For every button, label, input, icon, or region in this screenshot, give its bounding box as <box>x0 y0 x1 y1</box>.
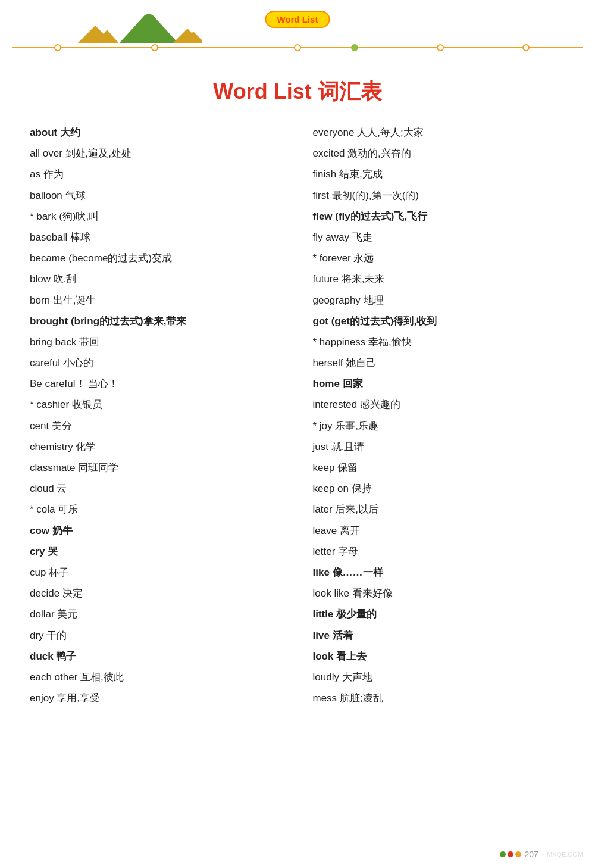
list-item: got (get的过去式)得到,收到 <box>313 313 566 329</box>
word-chinese: 人人,每人;大家 <box>354 127 423 138</box>
word-chinese: 大约 <box>57 127 80 138</box>
list-item: as 作为 <box>30 166 283 182</box>
timeline-dot-6 <box>522 44 530 51</box>
word-english: everyone <box>313 127 355 138</box>
word-english: blow <box>30 273 51 285</box>
word-english: home <box>313 378 340 389</box>
list-item: became (become的过去式)变成 <box>30 250 283 266</box>
list-item: chemistry 化学 <box>30 439 283 455</box>
list-item: keep on 保持 <box>313 480 566 497</box>
word-english: * happiness <box>313 336 366 348</box>
word-english: * cola <box>30 504 55 515</box>
word-chinese: 活着 <box>330 630 353 641</box>
dot-red <box>508 851 513 857</box>
word-chinese: 飞走 <box>349 232 372 243</box>
timeline-dot-3 <box>294 44 301 51</box>
word-english: baseball <box>30 232 67 243</box>
word-chinese: 永远 <box>351 252 374 264</box>
word-english: keep on <box>313 483 349 494</box>
word-english: Be careful！ <box>30 378 86 389</box>
list-item: * bark (狗)吠,叫 <box>30 208 283 224</box>
list-item: live 活着 <box>313 627 566 644</box>
word-english: got <box>313 316 328 327</box>
word-chinese: 享用,享受 <box>54 692 100 704</box>
word-english: cup <box>30 567 46 578</box>
list-item: herself 她自己 <box>313 355 566 371</box>
list-item: * forever 永远 <box>313 250 566 266</box>
word-chinese: 肮脏;凌乱 <box>337 692 383 704</box>
word-chinese: 看来好像 <box>349 588 393 599</box>
word-chinese: 大声地 <box>339 672 372 683</box>
watermark: MXQE.COM <box>547 851 583 858</box>
word-chinese: 最初(的),第一次(的) <box>329 190 419 201</box>
list-item: look like 看来好像 <box>313 585 566 601</box>
list-item: keep 保留 <box>313 460 566 476</box>
mountain-decoration <box>71 5 202 46</box>
word-chinese: 决定 <box>60 588 83 599</box>
word-chinese: 离开 <box>337 525 360 536</box>
dot-green <box>500 851 506 857</box>
list-item: cry 哭 <box>30 544 283 560</box>
list-item: finish 结束,完成 <box>313 166 566 182</box>
word-english: cow <box>30 525 49 536</box>
word-english: * joy <box>313 420 333 432</box>
word-chinese: 极少量的 <box>333 608 377 620</box>
left-column: about 大约all over 到处,遍及,处处as 作为balloon 气球… <box>30 124 295 711</box>
list-item: just 就,且请 <box>313 439 566 455</box>
list-item: fly away 飞走 <box>313 229 566 245</box>
word-chinese: 激动的,兴奋的 <box>345 148 411 159</box>
word-chinese: 美分 <box>49 420 72 432</box>
list-item: baseball 棒球 <box>30 229 283 245</box>
timeline-dot-2 <box>151 44 158 51</box>
word-english: look like <box>313 588 349 599</box>
word-chinese: 互相,彼此 <box>77 672 123 683</box>
word-chinese: (get的过去式)得到,收到 <box>328 316 437 327</box>
word-chinese: 回家 <box>340 378 363 389</box>
list-item: little 极少量的 <box>313 606 566 622</box>
word-english: chemistry <box>30 441 73 452</box>
list-item: bring back 带回 <box>30 334 283 350</box>
timeline-dot-1 <box>54 44 61 51</box>
list-item: all over 到处,遍及,处处 <box>30 145 283 161</box>
list-item: about 大约 <box>30 124 283 140</box>
word-english: * forever <box>313 252 351 264</box>
word-chinese: 将来,未来 <box>339 273 384 285</box>
word-english: excited <box>313 148 345 159</box>
svg-point-8 <box>134 11 142 19</box>
word-list-badge: Word List <box>265 11 330 28</box>
list-item: brought (bring的过去式)拿来,带来 <box>30 313 283 329</box>
list-item: * happiness 幸福,愉快 <box>313 334 566 350</box>
word-english: careful <box>30 357 60 369</box>
word-chinese: 化学 <box>73 441 96 452</box>
word-chinese: 干的 <box>44 630 67 641</box>
word-chinese: 她自己 <box>343 357 377 369</box>
word-chinese: 同班同学 <box>76 462 119 473</box>
list-item: careful 小心的 <box>30 355 283 371</box>
list-item: decide 决定 <box>30 585 283 601</box>
word-chinese: 带回 <box>76 336 99 348</box>
word-chinese: 吹,刮 <box>51 273 76 285</box>
word-english: later <box>313 504 333 515</box>
word-chinese: 出生,诞生 <box>50 295 96 306</box>
header: Word List <box>0 0 595 65</box>
list-item: dry 干的 <box>30 627 283 644</box>
word-chinese: 奶牛 <box>49 525 73 536</box>
word-english: duck <box>30 651 54 662</box>
list-item: everyone 人人,每人;大家 <box>313 124 566 140</box>
list-item: cent 美分 <box>30 418 283 434</box>
word-chinese: 感兴趣的 <box>357 399 400 410</box>
list-item: future 将来,未来 <box>313 271 566 287</box>
list-item: first 最初(的),第一次(的) <box>313 188 566 204</box>
word-english: dollar <box>30 608 55 620</box>
list-item: * joy 乐事,乐趣 <box>313 418 566 434</box>
word-english: fly away <box>313 232 349 243</box>
word-chinese: 可乐 <box>55 504 79 515</box>
dot-orange <box>515 851 521 857</box>
word-english: live <box>313 630 330 641</box>
word-chinese: 美元 <box>55 608 78 620</box>
word-english: enjoy <box>30 692 54 704</box>
word-chinese: 保留 <box>334 462 358 473</box>
word-chinese: 棒球 <box>67 232 90 243</box>
word-english: as <box>30 168 40 180</box>
word-chinese: 鸭子 <box>54 651 77 662</box>
